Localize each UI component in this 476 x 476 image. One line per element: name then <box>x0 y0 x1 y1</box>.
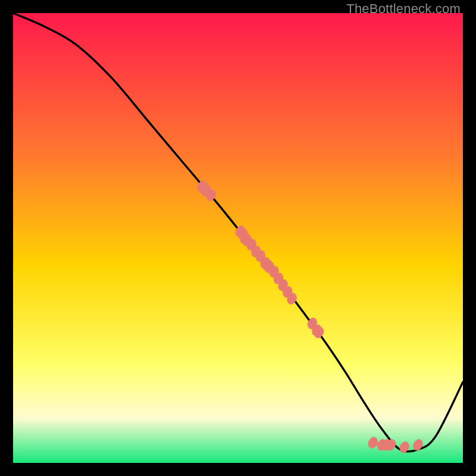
data-marker <box>399 443 408 453</box>
bottleneck-chart <box>13 13 463 463</box>
data-marker <box>206 192 214 201</box>
gradient-background <box>13 13 463 463</box>
watermark-label: TheBottleneck.com <box>346 1 461 17</box>
data-marker <box>368 439 377 448</box>
data-marker <box>386 441 394 450</box>
data-marker <box>413 441 421 450</box>
data-marker <box>314 328 322 338</box>
chart-frame <box>13 13 463 463</box>
data-marker <box>287 295 295 304</box>
